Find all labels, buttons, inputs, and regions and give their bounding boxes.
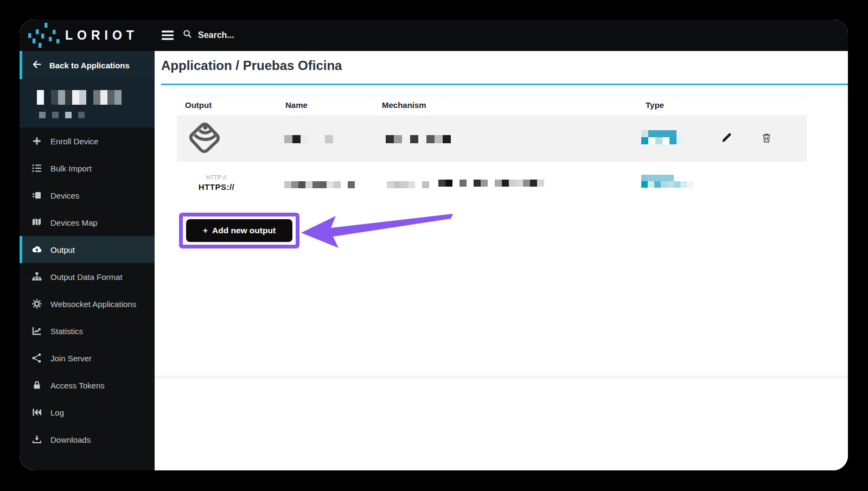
search-input[interactable] <box>198 30 285 40</box>
column-header-mechanism: Mechanism <box>382 100 426 110</box>
lock-icon <box>31 380 42 391</box>
list-icon <box>31 163 42 174</box>
pencil-icon <box>720 132 732 144</box>
sidebar-item-websocket-applications[interactable]: Websocket Applications <box>20 290 155 317</box>
sidebar-item-label: Log <box>50 408 64 417</box>
sidebar-item-label: Output Data Format <box>50 272 123 282</box>
search-box <box>182 29 285 41</box>
sidebar-item-label: Devices <box>50 191 79 200</box>
share-icon <box>31 353 42 364</box>
sidebar-item-devices-map[interactable]: Devices Map <box>20 209 155 236</box>
mqtt-output-icon <box>189 123 220 153</box>
redacted-mechanism <box>386 135 451 143</box>
map-icon <box>31 217 42 228</box>
search-icon <box>182 29 193 41</box>
cloud-upload-icon <box>31 244 42 255</box>
sidebar-item-label: Devices Map <box>50 218 98 227</box>
arrow-left-icon <box>31 59 42 72</box>
redacted-application-id <box>39 112 85 118</box>
add-new-output-label: Add new output <box>212 226 276 235</box>
annotation-arrow <box>299 211 457 252</box>
back-to-applications-label: Back to Applications <box>49 61 130 70</box>
table-row: HTTP:// HTTPS:// <box>177 162 807 207</box>
plus-icon: + <box>203 226 208 235</box>
sidebar-item-label: Enroll Device <box>50 137 98 146</box>
sidebar-item-label: Statistics <box>50 327 83 336</box>
sidebar-item-output-data-format[interactable]: Output Data Format <box>20 263 155 290</box>
device-icon <box>31 190 42 201</box>
sidebar: Back to Applications Enroll DeviceBulk I… <box>20 51 155 470</box>
redacted-mechanism <box>387 181 429 188</box>
redacted-application-name <box>37 90 122 105</box>
outputs-table: Output Name Mechanism Type <box>177 95 807 207</box>
sitemap-icon <box>31 271 42 282</box>
sidebar-item-output[interactable]: Output <box>20 236 155 263</box>
sidebar-item-log[interactable]: Log <box>20 399 155 426</box>
table-header-row: Output Name Mechanism Type <box>177 95 807 115</box>
backward-icon <box>31 407 42 418</box>
brand-name: LORIOT <box>65 28 138 43</box>
sidebar-item-enroll-device[interactable]: Enroll Device <box>20 127 155 155</box>
column-header-output: Output <box>185 100 212 110</box>
sidebar-item-downloads[interactable]: Downloads <box>20 426 155 453</box>
sidebar-item-label: Websocket Applications <box>50 299 136 309</box>
loriot-logo-icon <box>28 23 62 48</box>
sidebar-item-access-tokens[interactable]: Access Tokens <box>20 372 155 399</box>
https-label: HTTPS:// <box>187 182 246 192</box>
sidebar-menu: Enroll DeviceBulk ImportDevicesDevices M… <box>20 127 155 453</box>
redacted-type <box>641 175 693 188</box>
sidebar-item-label: Bulk Import <box>50 164 92 173</box>
page-title: Application / Pruebas Oficina <box>161 58 342 73</box>
sidebar-item-label: Access Tokens <box>50 381 105 390</box>
column-header-name: Name <box>285 100 308 110</box>
chart-icon <box>31 326 42 336</box>
sidebar-item-statistics[interactable]: Statistics <box>20 317 155 345</box>
table-row <box>177 115 807 162</box>
redacted-mechanism <box>438 180 544 187</box>
sidebar-item-label: Downloads <box>50 435 91 444</box>
add-new-output-button[interactable]: + Add new output <box>186 219 292 242</box>
redacted-type <box>641 130 684 144</box>
annotation-highlight-box: + Add new output <box>179 213 299 248</box>
sidebar-item-bulk-import[interactable]: Bulk Import <box>20 155 155 182</box>
back-to-applications-button[interactable]: Back to Applications <box>20 51 155 79</box>
hamburger-menu-icon[interactable] <box>162 30 175 41</box>
main-content: Application / Pruebas Oficina Output Nam… <box>155 51 848 470</box>
sidebar-item-devices[interactable]: Devices <box>20 182 155 209</box>
plus-icon <box>31 136 42 146</box>
output-protocol-cell: HTTP:// HTTPS:// <box>187 175 246 192</box>
download-icon <box>31 434 42 445</box>
sidebar-top-section: Back to Applications <box>20 51 155 127</box>
sidebar-item-join-server[interactable]: Join Server <box>20 345 155 372</box>
content-divider <box>155 375 848 379</box>
column-header-type: Type <box>646 100 664 110</box>
app-window: LORIOT Back to Applications <box>20 20 848 470</box>
redacted-name <box>284 181 355 188</box>
http-label: HTTP:// <box>187 175 246 181</box>
trash-icon <box>761 132 773 144</box>
delete-output-button[interactable] <box>761 132 773 144</box>
topbar: LORIOT <box>20 20 848 51</box>
sidebar-item-label: Join Server <box>50 354 92 363</box>
edit-output-button[interactable] <box>720 132 732 144</box>
sidebar-item-label: Output <box>50 245 75 254</box>
redacted-name <box>284 135 333 143</box>
gear-icon <box>31 298 42 309</box>
accent-divider <box>161 84 848 85</box>
